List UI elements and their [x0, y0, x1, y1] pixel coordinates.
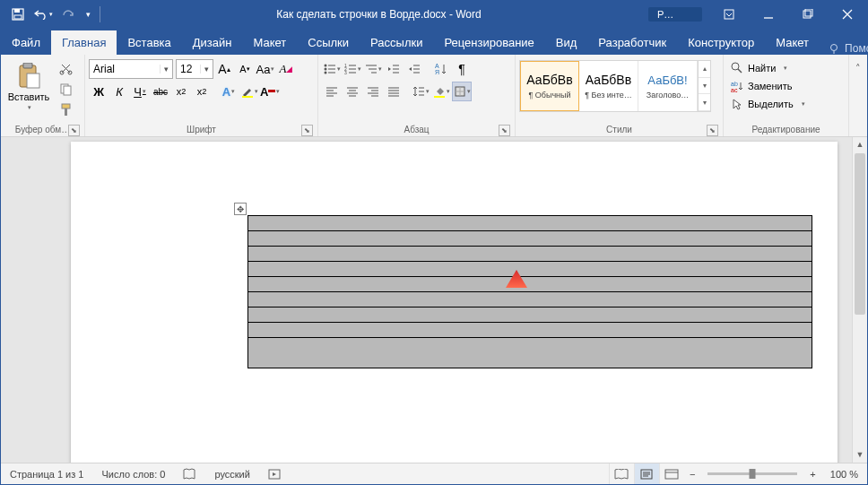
cut-button[interactable]: [56, 58, 75, 78]
multilevel-icon: [365, 64, 378, 74]
copy-button[interactable]: [56, 79, 75, 99]
numbering-button[interactable]: 123▾: [343, 59, 362, 79]
print-layout-button[interactable]: [634, 463, 659, 484]
italic-button[interactable]: К: [109, 82, 129, 101]
font-launcher[interactable]: ⬊: [301, 125, 313, 136]
borders-button[interactable]: ▾: [452, 82, 472, 101]
collapse-ribbon-button[interactable]: ˄: [849, 58, 867, 78]
zoom-in-button[interactable]: +: [804, 463, 820, 484]
paste-button[interactable]: Вставить ▾: [4, 56, 53, 117]
change-case-button[interactable]: Aa▾: [256, 59, 275, 79]
undo-button[interactable]: ▾: [31, 4, 55, 25]
tab-file[interactable]: Файл: [1, 30, 51, 55]
zoom-slider[interactable]: [707, 472, 797, 475]
paragraph-launcher[interactable]: ⬊: [499, 125, 510, 136]
zoom-level[interactable]: 100 %: [821, 463, 867, 484]
bold-button[interactable]: Ж: [89, 82, 108, 101]
format-painter-button[interactable]: [56, 100, 75, 119]
zoom-out-button[interactable]: −: [684, 463, 700, 484]
ribbon-options-button[interactable]: [709, 1, 749, 28]
multilevel-button[interactable]: ▾: [363, 59, 383, 79]
font-name-combo[interactable]: ▾: [89, 59, 173, 79]
tab-insert[interactable]: Вставка: [117, 30, 181, 55]
table-cell[interactable]: [248, 338, 812, 368]
highlight-button[interactable]: ▾: [239, 82, 259, 101]
table-cell[interactable]: [248, 231, 812, 247]
page[interactable]: ✥: [71, 142, 838, 463]
font-size-combo[interactable]: ▾: [176, 59, 213, 79]
minimize-button[interactable]: [749, 1, 788, 28]
page-count[interactable]: Страница 1 из 1: [1, 463, 92, 484]
shrink-font-button[interactable]: A▾: [235, 59, 255, 79]
save-button[interactable]: [6, 4, 30, 25]
decrease-indent-button[interactable]: [384, 59, 404, 79]
close-button[interactable]: [828, 1, 867, 28]
language-button[interactable]: русский: [205, 463, 258, 484]
table-cell[interactable]: [248, 216, 812, 231]
style-heading1[interactable]: АаБбВ! Заголово…: [638, 61, 698, 111]
bullets-button[interactable]: ▾: [322, 59, 342, 79]
increase-indent-button[interactable]: [404, 59, 424, 79]
styles-launcher[interactable]: ⬊: [707, 125, 718, 136]
word-count[interactable]: Число слов: 0: [92, 463, 174, 484]
vertical-scrollbar[interactable]: ▲ ▼: [852, 137, 867, 463]
tab-references[interactable]: Ссылки: [297, 30, 360, 55]
line-spacing-button[interactable]: ▾: [411, 82, 430, 101]
find-button[interactable]: Найти▾: [727, 59, 791, 77]
sort-button[interactable]: AЯ: [431, 59, 451, 79]
scroll-thumb[interactable]: [855, 153, 865, 315]
copy-icon: [59, 82, 73, 96]
underline-button[interactable]: Ч▾: [130, 82, 150, 101]
clear-formatting-button[interactable]: A◢: [276, 59, 296, 79]
user-account[interactable]: P…: [648, 7, 702, 22]
show-marks-button[interactable]: ¶: [452, 59, 472, 79]
web-layout-button[interactable]: [659, 463, 684, 484]
table-move-handle[interactable]: ✥: [234, 203, 247, 215]
tab-home[interactable]: Главная: [51, 30, 117, 55]
document-area: ✥ ▲ ▼: [1, 137, 867, 463]
table-cell[interactable]: [248, 323, 812, 338]
styles-gallery[interactable]: АаБбВв ¶ Обычный АаБбВв ¶ Без инте… АаБб…: [519, 60, 711, 112]
font-color-button[interactable]: A▾: [260, 82, 280, 101]
tab-layout[interactable]: Макет: [242, 30, 297, 55]
tab-mailings[interactable]: Рассылки: [360, 30, 433, 55]
superscript-button[interactable]: x2: [192, 82, 212, 101]
tab-table-design[interactable]: Конструктор: [677, 30, 765, 55]
qat-customize[interactable]: ▾: [82, 4, 94, 25]
highlighter-icon: [241, 85, 254, 98]
scroll-down[interactable]: ▼: [853, 447, 867, 463]
document-table[interactable]: [247, 215, 812, 368]
align-center-button[interactable]: [343, 82, 362, 101]
scroll-up[interactable]: ▲: [853, 137, 867, 152]
shading-button[interactable]: ▾: [431, 82, 451, 101]
redo-button[interactable]: [56, 4, 80, 25]
tab-view[interactable]: Вид: [545, 30, 588, 55]
tab-table-layout[interactable]: Макет: [765, 30, 820, 55]
style-no-spacing[interactable]: АаБбВв ¶ Без инте…: [579, 61, 638, 111]
tab-developer[interactable]: Разработчик: [587, 30, 677, 55]
clipboard-launcher[interactable]: ⬊: [68, 125, 80, 136]
tab-design[interactable]: Дизайн: [182, 30, 243, 55]
table-cell[interactable]: [248, 307, 812, 323]
read-mode-button[interactable]: [609, 463, 634, 484]
tell-me-search[interactable]: Помощн: [820, 42, 868, 55]
strikethrough-button[interactable]: abc: [151, 82, 170, 101]
align-right-button[interactable]: [363, 82, 383, 101]
align-left-button[interactable]: [322, 82, 342, 101]
proofing-button[interactable]: [174, 463, 205, 484]
styles-scroll[interactable]: ▴▾▾: [698, 61, 710, 111]
table-cell[interactable]: [248, 292, 812, 307]
macro-button[interactable]: [259, 463, 290, 484]
table-cell[interactable]: [248, 277, 812, 292]
tab-review[interactable]: Рецензирование: [433, 30, 544, 55]
select-button[interactable]: Выделить▾: [727, 95, 809, 113]
grow-font-button[interactable]: A▴: [214, 59, 234, 79]
table-cell[interactable]: [248, 262, 812, 277]
style-normal[interactable]: АаБбВв ¶ Обычный: [520, 61, 579, 111]
subscript-button[interactable]: x2: [171, 82, 191, 101]
table-cell[interactable]: [248, 247, 812, 262]
replace-button[interactable]: abac Заменить: [727, 77, 795, 95]
maximize-button[interactable]: [788, 1, 828, 28]
text-effects-button[interactable]: A▾: [219, 82, 239, 101]
justify-button[interactable]: [384, 82, 404, 101]
